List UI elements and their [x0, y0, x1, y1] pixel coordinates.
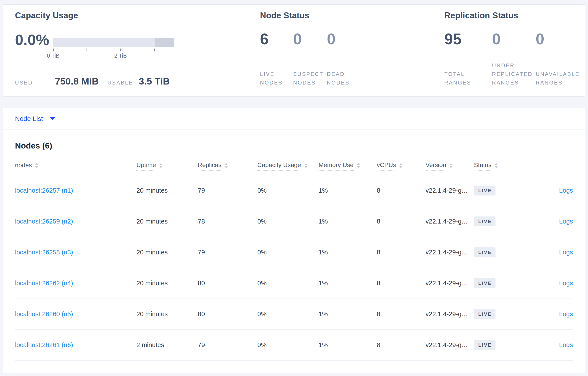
table-row: localhost:26258 (n3) 20 minutes 79 0% 1%… — [15, 237, 573, 268]
capacity-usage-section: Capacity Usage 0.0% 0 TiB 2 TiB USED 7 — [15, 11, 260, 88]
replication-status-title: Replication Status — [444, 11, 573, 20]
status-cell: LIVE — [474, 217, 518, 226]
used-value: 750.8 MiB — [55, 76, 99, 87]
suspect-nodes-label: SUSPECT NODES — [293, 70, 327, 88]
vcpus-cell: 8 — [377, 218, 426, 225]
node-link[interactable]: localhost:26262 (n4) — [15, 280, 136, 287]
vcpus-cell: 8 — [377, 341, 426, 349]
status-badge: LIVE — [474, 217, 495, 226]
table-row: localhost:26257 (n1) 20 minutes 79 0% 1%… — [15, 175, 573, 206]
capacity-usage-cell: 0% — [257, 249, 318, 256]
replicas-cell: 79 — [198, 341, 257, 349]
status-cell: LIVE — [474, 309, 518, 319]
replicas-cell: 80 — [198, 311, 257, 318]
replication-status-section: Replication Status 95 TOTAL RANGES 0 UND… — [444, 11, 573, 88]
live-nodes-value: 6 — [260, 31, 293, 47]
uptime-cell: 20 minutes — [136, 280, 198, 287]
logs-link[interactable]: Logs — [559, 187, 573, 194]
dead-nodes-value: 0 — [327, 31, 367, 47]
uptime-cell: 20 minutes — [136, 218, 198, 225]
memory-use-cell: 1% — [318, 218, 377, 225]
logs-link[interactable]: Logs — [559, 218, 573, 225]
version-cell: v22.1.4-29-g… — [426, 218, 474, 225]
column-header-status[interactable]: Status — [474, 162, 518, 171]
status-badge: LIVE — [474, 186, 495, 196]
logs-link[interactable]: Logs — [559, 249, 573, 256]
node-link[interactable]: localhost:26259 (n2) — [15, 218, 136, 225]
capacity-usage-cell: 0% — [257, 218, 318, 225]
capacity-usage-cell: 0% — [257, 187, 318, 194]
node-list-dropdown[interactable]: Node List — [15, 114, 55, 124]
column-header-label: nodes — [15, 162, 32, 170]
uptime-cell: 2 minutes — [136, 341, 198, 349]
gauge-tick — [86, 49, 87, 52]
version-cell: v22.1.4-29-g… — [426, 280, 474, 287]
status-badge: LIVE — [474, 340, 495, 350]
memory-use-cell: 1% — [318, 280, 377, 287]
column-header-label: Memory Use — [318, 162, 354, 171]
vcpus-cell: 8 — [377, 311, 426, 318]
node-list-panel: Node List Nodes (6) nodes Uptime Replica… — [3, 108, 585, 373]
column-header-vcpus[interactable]: vCPUs — [377, 162, 426, 171]
node-status-section: Node Status 6 LIVE NODES 0 SUSPECT NODES… — [260, 11, 444, 88]
version-cell: v22.1.4-29-g… — [426, 311, 474, 318]
usable-caption: USABLE — [107, 80, 133, 86]
capacity-gauge-row: 0.0% 0 TiB 2 TiB — [15, 31, 174, 48]
column-header-nodes[interactable]: nodes — [15, 162, 136, 170]
logs-cell: Logs — [518, 341, 573, 349]
used-caption: USED — [15, 80, 33, 86]
node-status-stats: 6 LIVE NODES 0 SUSPECT NODES 0 DEAD NODE… — [260, 31, 367, 88]
gauge-tick — [120, 49, 121, 52]
table-row: localhost:26262 (n4) 20 minutes 80 0% 1%… — [15, 268, 573, 299]
logs-link[interactable]: Logs — [559, 341, 573, 348]
status-cell: LIVE — [474, 340, 518, 350]
suspect-nodes-stat: 0 SUSPECT NODES — [293, 31, 327, 88]
chevron-down-icon — [50, 117, 55, 120]
column-header-uptime[interactable]: Uptime — [136, 162, 198, 171]
usable-value: 3.5 TiB — [139, 76, 170, 87]
node-link[interactable]: localhost:26260 (n5) — [15, 311, 136, 318]
status-cell: LIVE — [474, 278, 518, 288]
column-header-capacity-usage[interactable]: Capacity Usage — [257, 162, 318, 171]
sort-icon — [495, 163, 498, 168]
node-link[interactable]: localhost:26261 (n6) — [15, 341, 136, 349]
logs-link[interactable]: Logs — [559, 280, 573, 287]
status-badge: LIVE — [474, 278, 495, 288]
node-link[interactable]: localhost:26257 (n1) — [15, 187, 136, 194]
under-replicated-ranges-value: 0 — [492, 31, 536, 47]
gauge-tick — [154, 49, 155, 52]
nodes-heading: Nodes (6) — [15, 141, 573, 150]
column-header-label: Uptime — [136, 162, 156, 171]
nodes-table-header: nodes Uptime Replicas Capacity Usage Mem… — [15, 162, 573, 175]
view-dropdown-bar: Node List — [3, 108, 585, 130]
column-header-replicas[interactable]: Replicas — [198, 162, 257, 171]
column-header-label: Capacity Usage — [257, 162, 301, 171]
sort-icon — [449, 163, 452, 168]
nodes-table-wrap: Nodes (6) nodes Uptime Replicas Capacity… — [3, 141, 585, 373]
column-header-version[interactable]: Version — [426, 162, 474, 171]
memory-use-cell: 1% — [318, 187, 377, 194]
sort-icon — [399, 163, 402, 168]
dead-nodes-label: DEAD NODES — [327, 70, 367, 88]
column-header-memory-use[interactable]: Memory Use — [318, 162, 377, 171]
gauge-tick — [53, 49, 54, 52]
node-link[interactable]: localhost:26258 (n3) — [15, 249, 136, 256]
status-badge: LIVE — [474, 309, 495, 319]
vcpus-cell: 8 — [377, 249, 426, 256]
logs-link[interactable]: Logs — [559, 311, 573, 318]
uptime-cell: 20 minutes — [136, 249, 198, 256]
capacity-usage-cell: 0% — [257, 341, 318, 349]
capacity-usage-cell: 0% — [257, 280, 318, 287]
memory-use-cell: 1% — [318, 249, 377, 256]
total-ranges-stat: 95 TOTAL RANGES — [444, 31, 492, 88]
capacity-stats-row: USED 750.8 MiB USABLE 3.5 TiB — [15, 76, 170, 87]
capacity-gauge-track — [53, 38, 174, 47]
gauge-tick-label-2: 2 TiB — [114, 52, 127, 59]
logs-cell: Logs — [518, 280, 573, 287]
live-nodes-stat: 6 LIVE NODES — [260, 31, 293, 88]
node-list-dropdown-label: Node List — [15, 114, 43, 124]
version-cell: v22.1.4-29-g… — [426, 187, 474, 194]
sort-icon — [304, 163, 307, 168]
capacity-percent-value: 0.0% — [15, 31, 46, 48]
gauge-tick-label-0: 0 TiB — [47, 52, 60, 59]
